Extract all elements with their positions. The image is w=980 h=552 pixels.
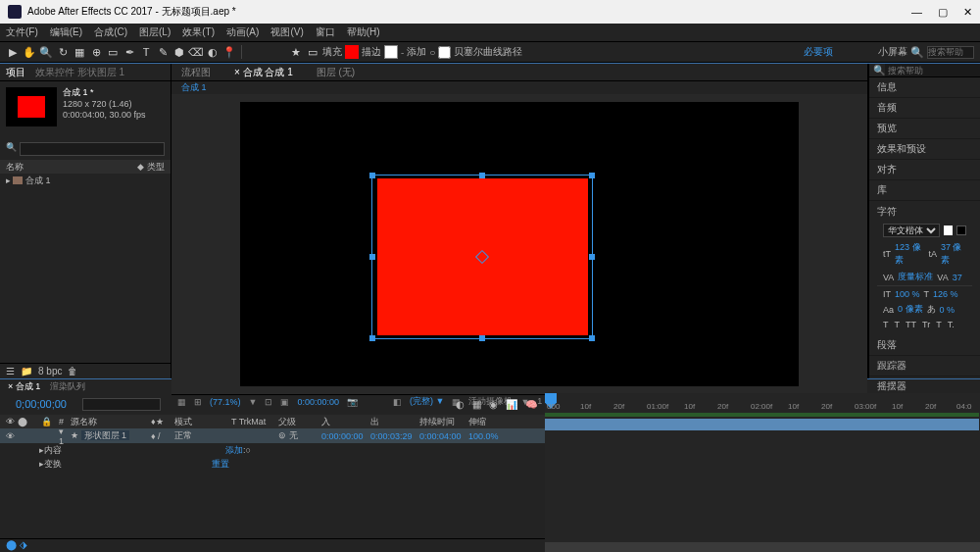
col-mode[interactable]: 模式 xyxy=(169,416,225,428)
interpret-icon[interactable]: ☰ xyxy=(6,366,15,376)
font-size[interactable]: 123 像素 xyxy=(895,241,924,267)
brush-tool-icon[interactable]: ✎ xyxy=(156,45,170,59)
rect-icon[interactable]: ▭ xyxy=(306,45,319,59)
layer-out[interactable]: 0:00:03:29 xyxy=(365,431,414,441)
tab-flowchart[interactable]: 流程图 xyxy=(181,66,211,79)
anchor-tool-icon[interactable]: ⊕ xyxy=(89,45,103,59)
panel-preview[interactable]: 预览 xyxy=(869,119,980,139)
col-dur[interactable]: 持续时间 xyxy=(414,416,463,428)
text-tool-icon[interactable]: T xyxy=(139,45,153,59)
italic-button[interactable]: T xyxy=(895,320,901,329)
fill-swatch[interactable] xyxy=(345,45,359,59)
small-screen-label[interactable]: 小屏幕 xyxy=(878,45,907,59)
menu-view[interactable]: 视图(V) xyxy=(270,25,303,39)
trash-icon[interactable]: 🗑 xyxy=(68,366,77,376)
help-search-input[interactable] xyxy=(927,46,974,59)
anchor-point-icon[interactable] xyxy=(475,250,489,264)
menu-help[interactable]: 帮助(H) xyxy=(347,25,380,39)
layer-dur[interactable]: 0:00:04:00 xyxy=(414,431,463,441)
layer-in[interactable]: 0:00:00:00 xyxy=(316,431,365,441)
puppet-tool-icon[interactable]: 📍 xyxy=(222,45,236,59)
timeline-search-input[interactable] xyxy=(82,398,161,411)
hand-tool-icon[interactable]: ✋ xyxy=(23,45,36,59)
tab-layer[interactable]: 图层 (无) xyxy=(317,66,355,79)
scroll-thumb[interactable] xyxy=(545,542,980,552)
menu-file[interactable]: 文件(F) xyxy=(6,25,38,39)
text-stroke-swatch[interactable] xyxy=(956,226,966,235)
tsume-value[interactable]: 0 % xyxy=(940,305,956,315)
panel-tracker[interactable]: 跟踪器 xyxy=(869,356,980,376)
tab-render-queue[interactable]: 渲染队列 xyxy=(50,380,85,393)
frame-blend-icon[interactable]: ▦ xyxy=(472,399,481,410)
pen-tool-icon[interactable]: ✒ xyxy=(122,45,136,59)
eraser-tool-icon[interactable]: ⌫ xyxy=(189,45,203,59)
layer-contents[interactable]: ▸ 内容添加:○ xyxy=(0,443,545,457)
selection-tool-icon[interactable]: ▶ xyxy=(6,45,20,59)
shy-icon[interactable]: ◐ xyxy=(456,399,465,410)
layer-stretch[interactable]: 100.0% xyxy=(463,431,502,441)
col-type-icon[interactable]: ◆ xyxy=(137,162,144,172)
graph-icon[interactable]: 📊 xyxy=(506,399,517,410)
comp-thumbnail[interactable] xyxy=(6,87,57,126)
search-icon[interactable]: 🔍 xyxy=(910,45,924,59)
menu-edit[interactable]: 编辑(E) xyxy=(50,25,82,39)
baseline-value[interactable]: 0 像素 xyxy=(898,303,923,316)
panel-align[interactable]: 对齐 xyxy=(869,160,980,180)
star-icon[interactable]: ★ xyxy=(289,45,303,59)
zoom-tool-icon[interactable]: 🔍 xyxy=(39,45,53,59)
col-num[interactable]: # xyxy=(53,417,65,427)
layer-row[interactable]: 👁 ▾ 1 ★ 形状图层 1 ♦ / 正常 ⊚ 无 0:00:00:00 0:0… xyxy=(0,428,545,443)
panel-audio[interactable]: 音频 xyxy=(869,98,980,119)
col-name[interactable]: 名称 xyxy=(6,161,24,174)
menu-window[interactable]: 窗口 xyxy=(316,25,335,39)
menu-effect[interactable]: 效果(T) xyxy=(182,25,215,39)
add-label[interactable]: 添加 xyxy=(407,45,426,59)
timecode[interactable]: 0;00;00;00 xyxy=(8,398,74,410)
vscale-value[interactable]: 100 % xyxy=(895,289,920,299)
tracking-value[interactable]: 37 xyxy=(953,273,962,282)
brain-icon[interactable]: 🧠 xyxy=(525,399,537,410)
panel-effects[interactable]: 效果和预设 xyxy=(869,139,980,160)
panel-search-input[interactable] xyxy=(885,64,980,76)
camera-tool-icon[interactable]: ▦ xyxy=(73,45,86,59)
options-icon[interactable]: ○ xyxy=(429,47,435,58)
layer-mode[interactable]: 正常 xyxy=(169,429,225,442)
text-fill-swatch[interactable] xyxy=(944,226,953,235)
comp-breadcrumb[interactable]: 合成 1 xyxy=(181,81,207,94)
panel-info[interactable]: 信息 xyxy=(869,77,980,98)
roto-tool-icon[interactable]: ◐ xyxy=(206,45,220,59)
menu-animation[interactable]: 动画(A) xyxy=(226,25,259,39)
superscript-button[interactable]: T xyxy=(936,320,942,329)
composition-canvas[interactable] xyxy=(240,102,799,386)
motion-blur-icon[interactable]: ◉ xyxy=(489,399,498,410)
stamp-tool-icon[interactable]: ⬢ xyxy=(172,45,186,59)
layer-transform[interactable]: ▸ 变换重置 xyxy=(0,457,545,471)
timeline-tracks[interactable]: 000 10f 20f 01:00f 10f 20f 02:00f 10f 20… xyxy=(545,393,980,552)
bpc-button[interactable]: 8 bpc xyxy=(38,366,62,376)
menu-comp[interactable]: 合成(C) xyxy=(94,25,127,39)
col-parent[interactable]: 父级 xyxy=(272,416,316,428)
toggle-switches-icon[interactable]: ⬤ ⬗ xyxy=(0,538,545,552)
rotate-tool-icon[interactable]: ↻ xyxy=(56,45,70,59)
minimize-button[interactable]: — xyxy=(911,6,922,19)
kerning-value[interactable]: 度量标准 xyxy=(898,271,933,283)
allcaps-button[interactable]: TT xyxy=(906,320,916,329)
font-dropdown[interactable]: 华文楷体 xyxy=(883,224,940,237)
layer-bar[interactable] xyxy=(545,419,979,430)
tab-comp[interactable]: × 合成 合成 1 xyxy=(234,66,293,79)
stroke-swatch[interactable] xyxy=(384,45,398,59)
col-type[interactable]: 类型 xyxy=(147,161,165,174)
maximize-button[interactable]: ▢ xyxy=(938,6,948,19)
col-stretch[interactable]: 伸缩 xyxy=(463,416,502,428)
workspace-dropdown[interactable]: 必要项 xyxy=(804,45,833,59)
col-trkmat[interactable]: T TrkMat xyxy=(225,417,272,427)
folder-icon[interactable]: 📁 xyxy=(21,366,32,376)
tab-timeline-comp[interactable]: × 合成 1 xyxy=(8,380,40,393)
col-src[interactable]: 源名称 xyxy=(65,416,145,428)
bold-button[interactable]: T xyxy=(883,320,889,329)
close-button[interactable]: ✕ xyxy=(963,6,972,19)
menu-layer[interactable]: 图层(L) xyxy=(139,25,171,39)
subscript-button[interactable]: T. xyxy=(948,320,955,329)
time-ruler[interactable]: 000 10f 20f 01:00f 10f 20f 02:00f 10f 20… xyxy=(545,393,980,411)
work-area-bar[interactable] xyxy=(545,413,979,417)
